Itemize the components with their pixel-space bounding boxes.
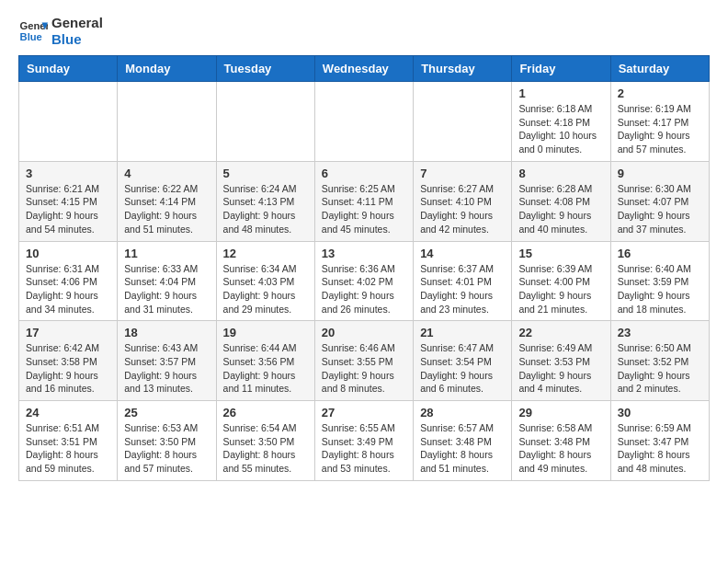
calendar-cell: 15Sunrise: 6:39 AM Sunset: 4:00 PM Dayli… <box>512 241 610 321</box>
logo-blue: Blue <box>51 31 103 48</box>
calendar-cell: 29Sunrise: 6:58 AM Sunset: 3:48 PM Dayli… <box>512 401 610 481</box>
day-number: 29 <box>518 406 603 419</box>
day-number: 1 <box>518 86 603 100</box>
calendar-cell: 8Sunrise: 6:28 AM Sunset: 4:08 PM Daylig… <box>512 161 610 241</box>
day-info: Sunrise: 6:47 AM Sunset: 3:54 PM Dayligh… <box>420 341 505 396</box>
calendar-table: SundayMondayTuesdayWednesdayThursdayFrid… <box>18 55 710 481</box>
day-info: Sunrise: 6:55 AM Sunset: 3:49 PM Dayligh… <box>322 421 406 476</box>
calendar-cell: 22Sunrise: 6:49 AM Sunset: 3:53 PM Dayli… <box>512 321 610 401</box>
logo: General Blue General Blue <box>18 15 103 48</box>
day-number: 11 <box>124 247 209 260</box>
calendar-cell: 5Sunrise: 6:24 AM Sunset: 4:13 PM Daylig… <box>216 161 314 241</box>
calendar-cell: 28Sunrise: 6:57 AM Sunset: 3:48 PM Dayli… <box>414 401 512 481</box>
day-info: Sunrise: 6:53 AM Sunset: 3:50 PM Dayligh… <box>124 421 209 476</box>
calendar-cell: 7Sunrise: 6:27 AM Sunset: 4:10 PM Daylig… <box>414 161 512 241</box>
calendar-cell: 2Sunrise: 6:19 AM Sunset: 4:17 PM Daylig… <box>610 82 709 162</box>
calendar-cell: 17Sunrise: 6:42 AM Sunset: 3:58 PM Dayli… <box>19 321 118 401</box>
calendar-cell: 14Sunrise: 6:37 AM Sunset: 4:01 PM Dayli… <box>414 241 512 321</box>
day-info: Sunrise: 6:30 AM Sunset: 4:07 PM Dayligh… <box>618 182 702 236</box>
day-number: 23 <box>618 326 702 339</box>
weekday-header-sunday: Sunday <box>19 56 118 82</box>
calendar-cell <box>414 82 512 162</box>
day-info: Sunrise: 6:46 AM Sunset: 3:55 PM Dayligh… <box>322 341 406 396</box>
day-info: Sunrise: 6:36 AM Sunset: 4:02 PM Dayligh… <box>322 262 406 316</box>
calendar-cell: 27Sunrise: 6:55 AM Sunset: 3:49 PM Dayli… <box>314 401 413 481</box>
page: General Blue General Blue SundayMondayTu… <box>0 0 728 500</box>
calendar-cell: 13Sunrise: 6:36 AM Sunset: 4:02 PM Dayli… <box>314 241 413 321</box>
day-number: 21 <box>420 326 505 339</box>
day-info: Sunrise: 6:54 AM Sunset: 3:50 PM Dayligh… <box>223 421 308 476</box>
weekday-header-tuesday: Tuesday <box>216 56 314 82</box>
calendar-cell: 24Sunrise: 6:51 AM Sunset: 3:51 PM Dayli… <box>19 401 118 481</box>
day-number: 20 <box>322 326 406 339</box>
calendar-cell: 1Sunrise: 6:18 AM Sunset: 4:18 PM Daylig… <box>512 82 610 162</box>
weekday-header-row: SundayMondayTuesdayWednesdayThursdayFrid… <box>19 56 710 82</box>
calendar-cell: 3Sunrise: 6:21 AM Sunset: 4:15 PM Daylig… <box>19 161 118 241</box>
day-info: Sunrise: 6:58 AM Sunset: 3:48 PM Dayligh… <box>518 421 603 476</box>
day-info: Sunrise: 6:18 AM Sunset: 4:18 PM Dayligh… <box>518 102 603 156</box>
day-info: Sunrise: 6:34 AM Sunset: 4:03 PM Dayligh… <box>223 262 308 316</box>
calendar-cell: 20Sunrise: 6:46 AM Sunset: 3:55 PM Dayli… <box>314 321 413 401</box>
weekday-header-saturday: Saturday <box>610 56 709 82</box>
day-number: 6 <box>322 167 406 180</box>
day-number: 5 <box>223 167 308 180</box>
day-info: Sunrise: 6:25 AM Sunset: 4:11 PM Dayligh… <box>322 182 406 236</box>
calendar-cell: 23Sunrise: 6:50 AM Sunset: 3:52 PM Dayli… <box>610 321 709 401</box>
day-number: 8 <box>518 167 603 180</box>
day-number: 16 <box>618 247 702 260</box>
day-number: 7 <box>420 167 505 180</box>
day-number: 28 <box>420 406 505 419</box>
day-number: 24 <box>26 406 110 419</box>
day-number: 30 <box>618 406 702 419</box>
day-info: Sunrise: 6:44 AM Sunset: 3:56 PM Dayligh… <box>223 341 308 396</box>
day-number: 13 <box>322 247 406 260</box>
day-number: 10 <box>26 247 110 260</box>
calendar-cell: 26Sunrise: 6:54 AM Sunset: 3:50 PM Dayli… <box>216 401 314 481</box>
day-info: Sunrise: 6:59 AM Sunset: 3:47 PM Dayligh… <box>618 421 702 476</box>
weekday-header-friday: Friday <box>512 56 610 82</box>
day-info: Sunrise: 6:42 AM Sunset: 3:58 PM Dayligh… <box>26 341 110 396</box>
day-number: 14 <box>420 247 505 260</box>
calendar-cell <box>19 82 118 162</box>
day-info: Sunrise: 6:21 AM Sunset: 4:15 PM Dayligh… <box>26 182 110 236</box>
weekday-header-wednesday: Wednesday <box>314 56 413 82</box>
day-number: 9 <box>618 167 702 180</box>
logo-icon: General Blue <box>18 17 48 46</box>
calendar-cell: 25Sunrise: 6:53 AM Sunset: 3:50 PM Dayli… <box>118 401 216 481</box>
weekday-header-thursday: Thursday <box>414 56 512 82</box>
day-number: 4 <box>124 167 209 180</box>
logo-general: General <box>51 15 103 31</box>
calendar-cell: 11Sunrise: 6:33 AM Sunset: 4:04 PM Dayli… <box>118 241 216 321</box>
calendar-cell: 10Sunrise: 6:31 AM Sunset: 4:06 PM Dayli… <box>19 241 118 321</box>
day-info: Sunrise: 6:28 AM Sunset: 4:08 PM Dayligh… <box>518 182 603 236</box>
calendar-cell: 30Sunrise: 6:59 AM Sunset: 3:47 PM Dayli… <box>610 401 709 481</box>
calendar-cell <box>314 82 413 162</box>
day-info: Sunrise: 6:37 AM Sunset: 4:01 PM Dayligh… <box>420 262 505 316</box>
calendar-week-row: 24Sunrise: 6:51 AM Sunset: 3:51 PM Dayli… <box>19 401 710 481</box>
calendar-cell <box>118 82 216 162</box>
day-number: 18 <box>124 326 209 339</box>
day-number: 27 <box>322 406 406 419</box>
calendar-cell: 9Sunrise: 6:30 AM Sunset: 4:07 PM Daylig… <box>610 161 709 241</box>
calendar-cell: 16Sunrise: 6:40 AM Sunset: 3:59 PM Dayli… <box>610 241 709 321</box>
weekday-header-monday: Monday <box>118 56 216 82</box>
day-info: Sunrise: 6:43 AM Sunset: 3:57 PM Dayligh… <box>124 341 209 396</box>
day-number: 25 <box>124 406 209 419</box>
day-info: Sunrise: 6:19 AM Sunset: 4:17 PM Dayligh… <box>618 102 702 156</box>
calendar-cell: 18Sunrise: 6:43 AM Sunset: 3:57 PM Dayli… <box>118 321 216 401</box>
day-info: Sunrise: 6:33 AM Sunset: 4:04 PM Dayligh… <box>124 262 209 316</box>
day-info: Sunrise: 6:57 AM Sunset: 3:48 PM Dayligh… <box>420 421 505 476</box>
day-number: 3 <box>26 167 110 180</box>
day-number: 26 <box>223 406 308 419</box>
day-info: Sunrise: 6:51 AM Sunset: 3:51 PM Dayligh… <box>26 421 110 476</box>
svg-text:Blue: Blue <box>20 31 42 42</box>
day-number: 12 <box>223 247 308 260</box>
calendar-week-row: 17Sunrise: 6:42 AM Sunset: 3:58 PM Dayli… <box>19 321 710 401</box>
header: General Blue General Blue <box>18 15 710 48</box>
day-info: Sunrise: 6:50 AM Sunset: 3:52 PM Dayligh… <box>618 341 702 396</box>
calendar-cell <box>216 82 314 162</box>
day-number: 17 <box>26 326 110 339</box>
day-info: Sunrise: 6:39 AM Sunset: 4:00 PM Dayligh… <box>518 262 603 316</box>
day-number: 19 <box>223 326 308 339</box>
calendar-cell: 19Sunrise: 6:44 AM Sunset: 3:56 PM Dayli… <box>216 321 314 401</box>
